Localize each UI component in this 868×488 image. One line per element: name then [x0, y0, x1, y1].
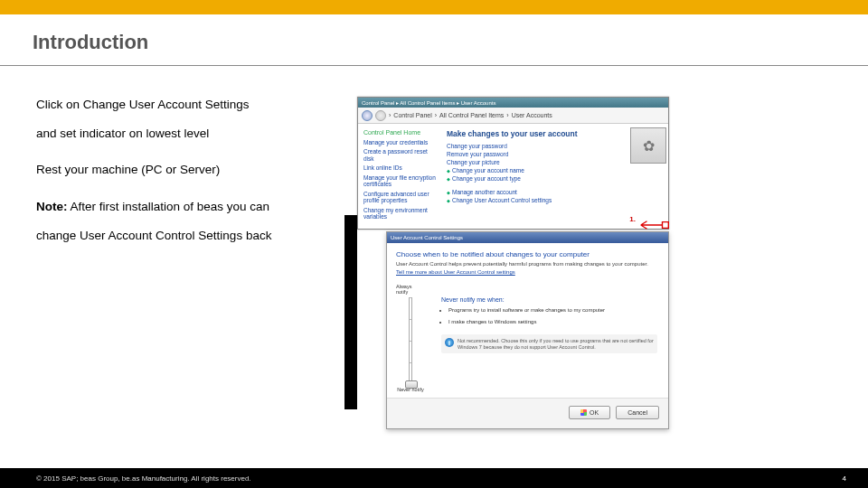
slider-handle[interactable] [405, 380, 418, 389]
uac-heading: Choose when to be notified about changes… [396, 250, 659, 258]
account-link[interactable]: Change your account type [447, 175, 663, 182]
uac-bullet: I make changes to Windows settings [448, 319, 657, 325]
annotation-arrow-icon [639, 220, 670, 230]
footer: © 2015 SAP; beas Group, be.as Manufactur… [0, 468, 868, 488]
breadcrumb-item[interactable]: User Accounts [512, 112, 552, 118]
screenshot-stack: Control Panel ▸ All Control Panel Items … [357, 97, 669, 429]
uac-button-row: OK Cancel [387, 398, 668, 428]
cp-body: Control Panel Home Manage your credentia… [358, 124, 668, 229]
accent-bar [0, 0, 868, 14]
note-prefix: Note: [36, 200, 68, 213]
breadcrumb-sep: › [435, 112, 437, 118]
ok-button[interactable]: OK [569, 406, 610, 419]
cp-titlebar: Control Panel ▸ All Control Panel Items … [358, 98, 668, 108]
content-row: Click on Change User Account Settings an… [0, 66, 868, 429]
uac-slider[interactable] [409, 297, 412, 384]
uac-titlebar: User Account Control Settings [387, 232, 668, 243]
user-avatar: ✿ [630, 127, 666, 164]
control-panel-window: Control Panel ▸ All Control Panel Items … [357, 97, 669, 230]
note-rest: After first installation of beas you can [68, 200, 270, 213]
sidebar-link[interactable]: Change my environment variables [363, 207, 436, 221]
annotation-number: 1. [629, 215, 636, 223]
breadcrumb-item[interactable]: All Control Panel Items [439, 112, 504, 118]
breadcrumb-item[interactable]: Control Panel [393, 112, 431, 118]
page-number: 4 [843, 474, 846, 483]
uac-info-title: Never notify me when: [441, 296, 657, 303]
cp-sidebar: Control Panel Home Manage your credentia… [358, 124, 441, 229]
copyright: © 2015 SAP; beas Group, be.as Manufactur… [36, 474, 251, 483]
uac-bullets: Programs try to install software or make… [448, 307, 657, 325]
info-icon: i [445, 338, 454, 347]
sidebar-link[interactable]: Configure advanced user profile properti… [363, 191, 436, 204]
manage-another-link[interactable]: Manage another account [447, 189, 663, 195]
uac-bullet: Programs try to install software or make… [448, 307, 657, 314]
uac-warning-text: Not recommended. Choose this only if you… [458, 338, 654, 350]
ok-button-label: OK [590, 409, 599, 416]
sidebar-link[interactable]: Manage your credentials [363, 139, 436, 145]
cancel-button-label: Cancel [627, 409, 647, 416]
sidebar-link[interactable]: Link online IDs [363, 164, 436, 171]
uac-info-column: Never notify me when: Programs try to in… [425, 284, 659, 392]
sidebar-link[interactable]: Manage your file encryption certificates [363, 174, 436, 188]
page-title: Introduction [33, 31, 835, 54]
change-uac-link[interactable]: Change User Account Control settings [447, 197, 663, 203]
instruction-line: Rest your machine (PC or Server) [36, 162, 357, 178]
breadcrumb-sep: › [506, 112, 508, 118]
cp-nav-bar: › Control Panel › All Control Panel Item… [358, 108, 668, 124]
uac-warning: i Not recommended. Choose this only if y… [441, 334, 657, 353]
account-link[interactable]: Change your account name [447, 167, 663, 174]
header: Introduction [0, 14, 868, 65]
uac-subtext: User Account Control helps prevent poten… [396, 261, 659, 267]
black-edge [344, 215, 357, 409]
breadcrumb-item: › [389, 112, 391, 118]
back-button[interactable] [362, 110, 373, 121]
instruction-text: Click on Change User Account Settings an… [36, 97, 357, 429]
forward-button[interactable] [375, 110, 386, 121]
cancel-button[interactable]: Cancel [616, 406, 659, 419]
cp-bottom-links: Manage another account Change User Accou… [447, 189, 663, 203]
uac-body: Choose when to be notified about changes… [387, 243, 668, 398]
slider-label-top: Always notify [396, 284, 425, 295]
uac-help-link[interactable]: Tell me more about User Account Control … [396, 269, 659, 275]
note-line: change User Account Control Settings bac… [36, 228, 357, 244]
instruction-line: and set indicator on lowest level [36, 126, 357, 142]
uac-dialog: User Account Control Settings Choose whe… [386, 231, 669, 429]
uac-slider-column: Always notify Never notify [396, 284, 425, 392]
instruction-line: Click on Change User Account Settings [36, 97, 357, 113]
sidebar-link[interactable]: Create a password reset disk [363, 148, 436, 162]
uac-slider-row: Always notify Never notify Never notify … [396, 284, 659, 392]
note-line: Note: After first installation of beas y… [36, 199, 357, 215]
sidebar-heading[interactable]: Control Panel Home [363, 129, 436, 136]
cp-main: Make changes to your user account Change… [441, 124, 668, 229]
